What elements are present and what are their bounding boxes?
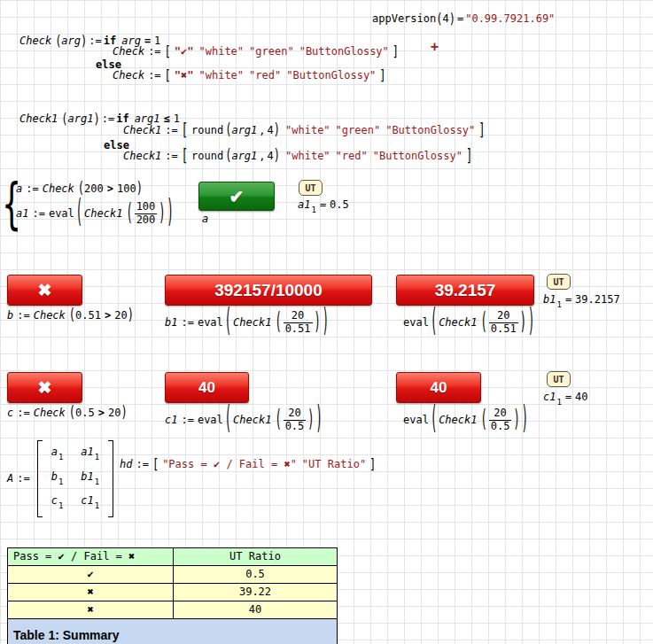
comma: ,: [259, 124, 265, 138]
gt-operator: >: [105, 309, 111, 322]
var-a1: a1: [16, 207, 28, 221]
function-name: Check1: [84, 207, 122, 221]
paren: ): [274, 120, 280, 141]
ratio-button-b-eval[interactable]: 39.2157: [396, 275, 534, 306]
arg-name: arg: [61, 35, 81, 47]
summary-table: Pass = ✔ / Fail = ✖ UT Ratio ✔ 0.5 ✖ 39.…: [7, 547, 338, 644]
subscript: 1: [556, 398, 561, 407]
function-name: Check: [34, 309, 66, 322]
assign-op: :=: [26, 182, 38, 195]
equals: =: [565, 293, 571, 306]
assign-op: :=: [136, 458, 148, 470]
table-row: ✖ 40: [8, 601, 337, 618]
smath-worksheet: appVersion(4)="0.99.7921.69" + Check(arg…: [0, 0, 653, 644]
check-false-branch: Check:=["✖""white""red""ButtonGlossy"]: [113, 69, 386, 83]
ut-collapse-button[interactable]: UT: [547, 274, 571, 290]
string-color: "white": [285, 150, 330, 164]
function-name: Check1: [123, 150, 161, 164]
subscript: 1: [311, 206, 315, 214]
string-style: "ButtonGlossy": [373, 150, 463, 164]
operand: 20: [108, 407, 120, 419]
button-value: 39.2157: [435, 281, 496, 300]
string-ut-ratio: "UT Ratio": [302, 458, 366, 470]
paren: (: [61, 111, 67, 128]
check1-false-branch: Check1:=[round(arg1,4)"white""red""Butto…: [123, 150, 472, 164]
insertion-cursor[interactable]: +: [431, 39, 439, 55]
table-header-row: Pass = ✔ / Fail = ✖ UT Ratio: [8, 548, 337, 565]
table-row: ✖ 39.22: [8, 583, 337, 601]
numerator: 100: [135, 201, 158, 214]
assign-op: :=: [17, 407, 29, 419]
paren: (: [225, 400, 231, 439]
subscript: 1: [58, 453, 63, 462]
paren: ): [528, 302, 534, 342]
matrix-cell: c1: [51, 494, 64, 512]
assign-op: :=: [181, 414, 193, 428]
string-color: "red": [336, 150, 368, 164]
fraction: 200.51: [489, 310, 518, 336]
check-true-branch: Check:=["✔""white""green""ButtonGlossy"]: [113, 45, 399, 59]
operand: 0.51: [75, 309, 101, 322]
var-b: b: [7, 309, 13, 322]
button-value: 40: [198, 379, 215, 397]
operand: 0.5: [75, 407, 95, 419]
fail-button-b[interactable]: ✖: [7, 275, 82, 306]
b1-definition: b1:=eval(Check1(200.51)): [165, 310, 329, 336]
check-icon: ✔: [229, 186, 245, 207]
ratio-button-b1[interactable]: 392157/10000: [165, 275, 372, 306]
matrix-bracket-right: [108, 440, 113, 517]
matrix-cell: c11: [81, 494, 99, 512]
subscript: 1: [95, 453, 99, 462]
a1-result: a11=0.5: [298, 198, 349, 216]
subscript: 1: [58, 501, 63, 510]
matrix-grid: a1 a11 b1 b11 c1 c11: [43, 440, 109, 517]
paren: (: [76, 193, 82, 233]
ut-collapse-button[interactable]: UT: [299, 180, 323, 196]
round-function: round: [191, 124, 223, 138]
paren: ): [520, 307, 526, 338]
subscript: 1: [556, 300, 561, 309]
b1-result: b11=39.2157: [543, 293, 620, 311]
paren: (: [436, 11, 442, 28]
string-pass-fail: "Pass = ✔ / Fail = ✖": [162, 458, 297, 470]
cell-var: c: [51, 494, 58, 507]
operand: 100: [117, 182, 136, 195]
assign-op: :=: [17, 472, 29, 486]
assign-op: :=: [17, 309, 29, 322]
bracket: ]: [369, 455, 376, 474]
assign-op: :=: [89, 35, 101, 47]
le-operator: ≤: [164, 113, 170, 125]
var-hd: hd: [120, 458, 132, 470]
function-name: Check: [34, 407, 66, 419]
var-a: a: [16, 182, 22, 195]
equals: =: [320, 198, 326, 211]
status-symbol: ✖: [8, 601, 173, 618]
ratio-button-c1[interactable]: 40: [165, 372, 249, 403]
matrix-cell: b1: [51, 470, 64, 488]
pass-button[interactable]: ✔: [198, 182, 275, 211]
cross-icon: ✖: [38, 377, 52, 398]
string-style: "ButtonGlossy": [385, 124, 475, 138]
ut-collapse-button[interactable]: UT: [547, 371, 571, 387]
fraction: 200.5: [284, 407, 307, 433]
numerator: 20: [489, 310, 518, 323]
eval-function: eval: [198, 316, 223, 330]
denominator: 0.51: [284, 323, 313, 336]
subscript: 1: [58, 477, 63, 486]
cell-var: c1: [81, 494, 93, 507]
function-name: Check: [19, 35, 51, 47]
paren: (: [225, 302, 231, 342]
paren: ): [128, 306, 134, 326]
string-color: "white": [285, 124, 330, 138]
status-symbol: ✖: [8, 583, 173, 601]
string-color: "white": [199, 45, 245, 58]
ratio-button-c-eval[interactable]: 40: [396, 372, 481, 403]
fail-button-c[interactable]: ✖: [7, 372, 82, 403]
arg-name: arg1: [135, 113, 160, 125]
var-b1: b1: [543, 293, 556, 306]
cell-var: a: [51, 446, 58, 458]
numerator: 20: [489, 407, 512, 421]
paren: (: [275, 405, 281, 435]
assign-op: :=: [165, 124, 177, 138]
hd-definition: hd:=["Pass = ✔ / Fail = ✖""UT Ratio"]: [120, 458, 376, 472]
